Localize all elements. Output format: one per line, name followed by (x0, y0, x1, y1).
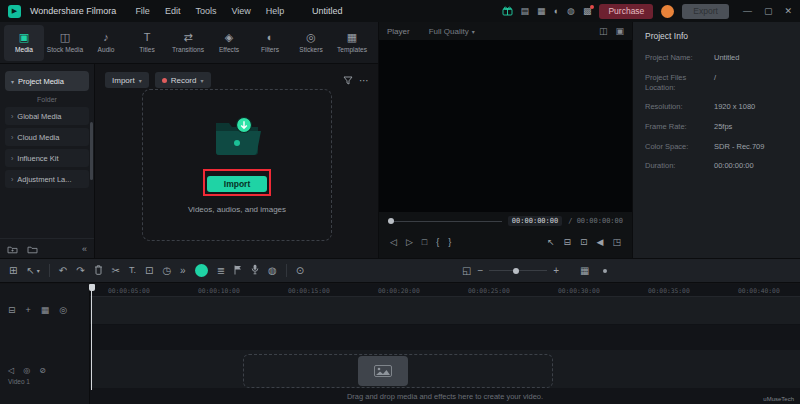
tab-stock-media[interactable]: ◫ Stock Media (45, 25, 85, 61)
playhead[interactable] (91, 284, 92, 390)
preview-screen[interactable] (379, 40, 632, 212)
import-dropdown[interactable]: Import ▾ (105, 72, 149, 88)
sidebar-item-project-media[interactable]: ▾ Project Media (5, 71, 89, 91)
menu-tools[interactable]: Tools (195, 6, 216, 16)
timeline-ruler[interactable]: 00:00:05:00 00:00:10:00 00:00:15:00 00:0… (90, 284, 800, 297)
fit-timeline-icon[interactable]: ◱ (462, 266, 471, 276)
split-icon[interactable]: ✂ (112, 266, 120, 276)
tab-titles[interactable]: T Titles (127, 25, 167, 61)
total-timecode: 00:00:00:00 (577, 217, 623, 225)
filter-funnel-icon[interactable] (343, 71, 353, 89)
pointer-icon[interactable]: ↖ (547, 238, 555, 247)
collapse-sidebar-icon[interactable]: « (82, 244, 87, 254)
seek-slider[interactable] (388, 221, 502, 222)
media-panel-toolbar: Import ▾ Record ▾ ⋯ (96, 64, 378, 89)
tab-effects[interactable]: ◈ Effects (209, 25, 249, 61)
sidebar-item-adjustment-layer[interactable]: › Adjustment La... (5, 170, 89, 188)
import-drop-zone[interactable]: Import Videos, audios, and images (142, 89, 332, 241)
render-icon[interactable]: ◍ (268, 266, 277, 276)
magnet-icon[interactable]: ◎ (59, 305, 67, 315)
mini-player-icon[interactable]: ▣ (615, 26, 624, 36)
capture-icon[interactable]: ▦ (537, 7, 546, 16)
film-track-icon[interactable]: ▦ (41, 305, 50, 315)
media-sidebar: ▾ Project Media Folder › Global Media › … (0, 64, 95, 258)
tab-media[interactable]: ▣ Media (4, 25, 44, 61)
voiceover-icon[interactable] (251, 264, 259, 277)
redo-icon[interactable]: ↷ (76, 266, 84, 276)
record-dropdown[interactable]: Record ▾ (155, 72, 211, 88)
tab-transitions[interactable]: ⇄ Transitions (168, 25, 208, 61)
apps-icon[interactable]: ▩ (583, 7, 592, 16)
export-button[interactable]: Export (682, 4, 729, 19)
more-icon[interactable]: ⋯ (359, 75, 369, 86)
menu-help[interactable]: Help (266, 6, 285, 16)
timeline-lane[interactable] (90, 297, 800, 325)
avatar[interactable] (661, 5, 674, 18)
fullscreen-icon[interactable]: ◳ (612, 238, 621, 247)
marker-icon[interactable] (234, 265, 242, 277)
zoom-slider[interactable] (489, 270, 547, 271)
stop-icon[interactable]: □ (422, 238, 427, 247)
image-placeholder-icon (374, 365, 392, 377)
snapshot-icon[interactable]: ⊙ (296, 266, 304, 276)
bell-icon[interactable]: ◐ (554, 7, 559, 16)
ruler-label: 00:00:05:00 (108, 287, 150, 294)
stickers-icon: ◎ (306, 32, 316, 43)
ruler-label: 00:00:25:00 (468, 287, 510, 294)
sidebar-item-global-media[interactable]: › Global Media (5, 107, 89, 125)
mask-view-icon[interactable]: ◫ (599, 26, 608, 36)
minimize-icon[interactable]: — (743, 6, 752, 16)
track-hide-icon[interactable]: ◎ (23, 366, 30, 375)
more-tools-icon[interactable]: » (180, 266, 186, 276)
undo-icon[interactable]: ↶ (59, 266, 67, 276)
sidebar-scrollbar[interactable] (90, 122, 93, 180)
tab-stickers[interactable]: ◎ Stickers (291, 25, 331, 61)
headset-icon[interactable]: ◍ (567, 7, 575, 16)
play-icon[interactable]: ▷ (406, 238, 413, 247)
track-view-icon[interactable]: ▦ (580, 266, 589, 276)
import-button[interactable]: Import (207, 176, 267, 192)
shortcuts-icon[interactable]: ⊞ (9, 266, 17, 276)
layers-icon[interactable]: ▤ (521, 7, 530, 16)
step-back-icon[interactable]: ◁ (390, 238, 397, 247)
mixer-icon[interactable]: ≣ (217, 266, 225, 276)
delete-icon[interactable] (94, 264, 103, 277)
player-header: Player Full Quality ▾ ◫ ▣ (379, 22, 632, 40)
track-mute-icon[interactable]: ◁ (8, 366, 14, 375)
mark-out-icon[interactable]: } (448, 238, 451, 247)
mark-in-icon[interactable]: { (436, 238, 439, 247)
tab-templates[interactable]: ▦ Templates (332, 25, 372, 61)
tab-filters[interactable]: ◐ Filters (250, 25, 290, 61)
manage-tracks-icon[interactable]: ⊟ (8, 305, 16, 315)
zoom-in-icon[interactable]: + (553, 266, 559, 276)
menu-edit[interactable]: Edit (165, 6, 181, 16)
quality-dropdown[interactable]: Full Quality ▾ (429, 27, 475, 36)
crop-icon[interactable]: ⊡ (145, 266, 153, 276)
ai-assistant-icon[interactable] (195, 264, 208, 277)
view-dot-icon[interactable] (603, 269, 607, 273)
gift-icon[interactable] (502, 5, 513, 18)
maximize-icon[interactable]: ▢ (764, 6, 773, 16)
menu-view[interactable]: View (231, 6, 250, 16)
snapshot-icon[interactable]: ⊡ (580, 238, 588, 247)
speed-icon[interactable]: ◷ (162, 266, 171, 276)
media-panel: Import ▾ Record ▾ ⋯ (96, 64, 378, 258)
timeline-view-controls: ▦ (580, 259, 607, 282)
folder-icon[interactable] (27, 240, 38, 258)
tab-audio[interactable]: ♪ Audio (86, 25, 126, 61)
close-icon[interactable]: ✕ (784, 6, 792, 16)
select-tool-icon[interactable]: ↖▾ (26, 266, 39, 276)
add-track-icon[interactable]: + (26, 305, 31, 315)
track-lock-icon[interactable]: ⊘ (39, 366, 46, 375)
sidebar-item-influence-kit[interactable]: › Influence Kit (5, 149, 89, 167)
new-folder-icon[interactable] (7, 240, 18, 258)
sidebar-group-label: Folder (0, 96, 94, 103)
menu-file[interactable]: File (135, 6, 150, 16)
split-view-icon[interactable]: ⊟ (563, 238, 571, 247)
purchase-button[interactable]: Purchase (599, 4, 653, 19)
sidebar-item-cloud-media[interactable]: › Cloud Media (5, 128, 89, 146)
zoom-out-icon[interactable]: − (477, 266, 483, 276)
volume-icon[interactable]: ◀ (597, 238, 604, 247)
text-tool-icon[interactable]: T. (129, 266, 136, 275)
ruler-label: 00:00:20:00 (378, 287, 420, 294)
